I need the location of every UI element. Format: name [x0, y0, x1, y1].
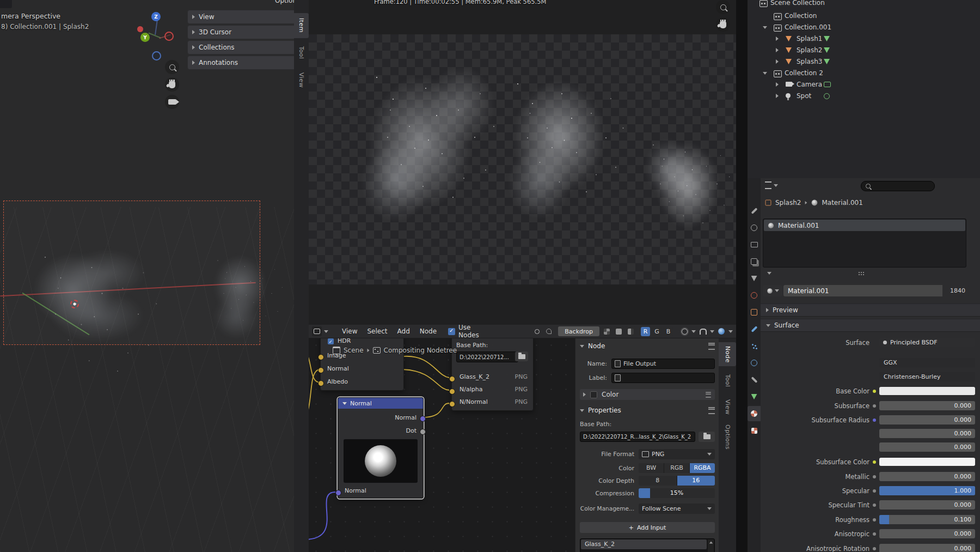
- subsurface-radius-field-3[interactable]: 0.000: [879, 442, 975, 452]
- outliner-row-spot[interactable]: Spot: [748, 90, 980, 102]
- sidebar-base-path-field[interactable]: D:\2022\220712_R...lass_K_2\Glass_K_2: [580, 432, 695, 442]
- file-format-dropdown[interactable]: PNG: [639, 449, 715, 459]
- breadcrumb-scene[interactable]: Scene: [344, 347, 364, 354]
- outliner-row-scene-collection[interactable]: Scene Collection: [748, 0, 980, 9]
- panel-annotations[interactable]: Annotations: [187, 56, 302, 70]
- outliner-row-splash1[interactable]: Splash1: [748, 33, 980, 45]
- roughness-slider[interactable]: 0.100: [879, 515, 975, 524]
- overlays-icon[interactable]: [716, 326, 726, 336]
- properties-editor-type[interactable]: [765, 181, 778, 189]
- image-zoom-button[interactable]: [716, 0, 730, 14]
- chevron-down-icon[interactable]: [324, 330, 328, 333]
- distribution-dropdown[interactable]: GGX: [879, 358, 975, 367]
- camera-data-icon[interactable]: [824, 82, 831, 87]
- gizmo-y-axis[interactable]: Y: [140, 33, 150, 42]
- breadcrumb-nodetree[interactable]: Compositing Nodetree: [384, 347, 457, 354]
- panel-collections[interactable]: Collections: [187, 40, 302, 54]
- menu-view[interactable]: View: [338, 327, 361, 335]
- pin-icon[interactable]: [532, 326, 542, 336]
- chevron-down-icon[interactable]: [691, 330, 696, 333]
- properties-tab-modifiers[interactable]: [748, 322, 761, 337]
- 3d-viewport[interactable]: mera Perspective 8) Collection.001 | Spl…: [0, 0, 309, 552]
- properties-section-header[interactable]: Properties: [580, 407, 715, 414]
- color-checkbox[interactable]: [590, 391, 597, 398]
- material-users-badge[interactable]: 1840: [942, 285, 969, 296]
- collapse-icon[interactable]: [776, 94, 779, 98]
- gizmos-icon[interactable]: [679, 326, 689, 336]
- surface-panel-header[interactable]: Surface: [761, 319, 980, 332]
- backdrop-toggle[interactable]: Backdrop: [558, 326, 599, 336]
- properties-tab-material[interactable]: [748, 406, 761, 421]
- editor-divider[interactable]: [736, 0, 748, 552]
- viewport-pan-button[interactable]: [165, 77, 179, 92]
- bw-option[interactable]: BW: [639, 463, 664, 473]
- mesh-data-icon[interactable]: [824, 59, 830, 64]
- properties-tab-render[interactable]: [748, 220, 761, 235]
- subsurface-radius-field-1[interactable]: 0.000: [879, 415, 975, 424]
- decorator-dot[interactable]: [873, 504, 876, 507]
- subsurface-method-dropdown[interactable]: Christensen-Burley: [879, 372, 975, 381]
- node-name-field[interactable]: File Output: [611, 359, 715, 369]
- outliner-row-splash2[interactable]: Splash2: [748, 45, 980, 56]
- decorator-dot[interactable]: [873, 460, 876, 464]
- depth-16-option[interactable]: 16: [677, 476, 715, 486]
- mesh-data-icon[interactable]: [824, 47, 830, 53]
- menu-add[interactable]: Add: [394, 327, 414, 335]
- breadcrumb-material[interactable]: Material.001: [822, 199, 862, 207]
- rgb-option[interactable]: RGB: [664, 463, 690, 473]
- socket-albedo[interactable]: [318, 380, 324, 386]
- slot-specials-icon[interactable]: [767, 272, 771, 275]
- expand-icon[interactable]: [763, 26, 767, 29]
- specular-slider[interactable]: 1.000: [879, 486, 975, 495]
- menu-node[interactable]: Node: [416, 327, 440, 335]
- socket-image[interactable]: [318, 354, 324, 360]
- subsurface-slider[interactable]: 0.000: [879, 401, 975, 410]
- properties-tab-view-layer[interactable]: [748, 254, 761, 269]
- navigation-gizmo[interactable]: Z Y: [136, 10, 180, 62]
- node-label-field[interactable]: [611, 373, 715, 383]
- material-slot-item[interactable]: Material.001: [764, 220, 965, 231]
- node-section-header[interactable]: Node: [580, 342, 715, 350]
- image-pan-button[interactable]: [716, 17, 730, 32]
- specular-tint-slider[interactable]: 0.000: [879, 500, 975, 509]
- collapse-icon[interactable]: [776, 82, 779, 87]
- gizmo-x-axis[interactable]: [137, 26, 143, 32]
- properties-tab-tool[interactable]: [748, 203, 761, 219]
- decorator-dot[interactable]: [873, 518, 876, 521]
- preview-panel-header[interactable]: Preview: [761, 304, 980, 317]
- channel-g-button[interactable]: G: [652, 327, 661, 336]
- denoise-node[interactable]: HDR Image Normal Albedo: [320, 338, 404, 391]
- collapse-icon[interactable]: [776, 48, 779, 52]
- surface-shader-button[interactable]: Principled BSDF: [879, 338, 975, 347]
- normal-preview[interactable]: [344, 439, 418, 483]
- tab-view[interactable]: View: [294, 68, 309, 93]
- decorator-dot[interactable]: [873, 489, 876, 493]
- tab-tool[interactable]: Tool: [294, 41, 309, 65]
- normal-node[interactable]: Normal Normal Dot Normal: [338, 397, 424, 499]
- tab-tool[interactable]: Tool: [719, 369, 736, 392]
- compositor-editor[interactable]: View Select Add Node Use Nodes Backdrop …: [309, 325, 736, 552]
- subsurface-color-swatch[interactable]: [879, 458, 975, 466]
- channel-color-alpha-icon[interactable]: [602, 326, 611, 336]
- panel-3d-cursor[interactable]: 3D Cursor: [187, 25, 302, 39]
- properties-tab-object[interactable]: [748, 305, 761, 320]
- channel-r-button[interactable]: R: [641, 327, 650, 336]
- parent-links-icon[interactable]: [544, 326, 554, 336]
- menu-select[interactable]: Select: [363, 327, 391, 335]
- socket-normal[interactable]: [318, 367, 324, 373]
- chevron-down-icon[interactable]: [728, 330, 733, 333]
- tab-view[interactable]: View: [719, 396, 736, 418]
- chevron-down-icon[interactable]: [710, 330, 714, 333]
- tab-item[interactable]: Item: [294, 13, 309, 38]
- properties-tab-scene[interactable]: [748, 271, 761, 286]
- socket-nalpha[interactable]: [449, 389, 455, 395]
- decorator-dot[interactable]: [873, 404, 876, 408]
- mesh-data-icon[interactable]: [824, 36, 830, 41]
- channel-b-button[interactable]: B: [664, 327, 673, 336]
- tab-node[interactable]: Node: [719, 342, 736, 366]
- properties-tab-texture[interactable]: [748, 423, 761, 438]
- socket-dot-out[interactable]: [420, 429, 426, 435]
- outliner[interactable]: Scene Collection Collection Collection.0…: [748, 0, 980, 179]
- list-icon[interactable]: [706, 392, 711, 397]
- base-color-swatch[interactable]: [879, 387, 975, 395]
